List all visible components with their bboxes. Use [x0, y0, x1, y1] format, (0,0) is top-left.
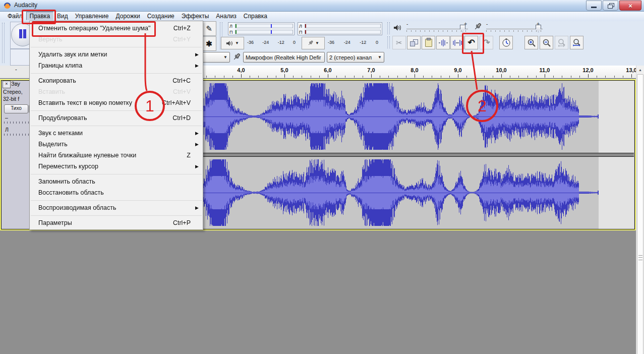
track-close-button[interactable]: × — [3, 81, 11, 88]
track-pan-slider[interactable] — [4, 134, 29, 136]
menu-item[interactable]: Звук с метками▶ — [30, 128, 203, 139]
ruler-tick — [232, 76, 233, 78]
restore-button[interactable] — [603, 1, 618, 11]
edit-toolbar-grip[interactable] — [387, 36, 390, 48]
track-gain-slider-label: – — [5, 114, 8, 121]
mixer-toolbar-grip[interactable] — [387, 22, 390, 34]
toolbar-grip[interactable] — [2, 23, 5, 63]
zoom-in-icon — [527, 38, 536, 47]
ruler-label: 13,0 — [626, 67, 636, 73]
sync-lock-button[interactable] — [499, 36, 513, 49]
pencil-icon: ✎ — [206, 24, 212, 33]
minimize-button[interactable] — [586, 1, 602, 11]
menu-separator — [30, 71, 203, 75]
meter-peak-mark — [271, 24, 272, 28]
input-device-combo[interactable]: Микрофон (Realtek High Defir ▼ — [243, 52, 325, 63]
play-button[interactable] — [10, 49, 30, 66]
track-mute-button[interactable]: Тихо — [4, 104, 28, 113]
menubar-item-9[interactable]: Справка — [240, 12, 271, 20]
speaker-icon — [393, 24, 402, 31]
undo-button[interactable]: ↶ — [464, 36, 478, 49]
ruler-tick — [432, 76, 432, 78]
menu-item[interactable]: ПараметрыCtrl+P — [30, 217, 203, 228]
multi-tool-button[interactable]: ✱ — [202, 36, 216, 51]
menu-item[interactable]: Отменить операцию "Удаление шума"Ctrl+Z — [30, 23, 203, 34]
trim-audio-button[interactable] — [436, 36, 450, 49]
silence-audio-button[interactable] — [450, 36, 464, 49]
clock-icon — [502, 38, 511, 47]
vertical-scrollbar[interactable]: ▲ — [636, 66, 644, 354]
ruler-tick — [284, 74, 285, 78]
ruler-tick — [388, 76, 389, 78]
ruler-tick — [528, 76, 528, 78]
ruler-label: 7,0 — [367, 67, 375, 73]
window-controls: × — [586, 1, 641, 11]
ruler-tick — [623, 76, 623, 78]
close-button[interactable]: × — [619, 1, 641, 11]
scrollbar-up-button[interactable]: ▲ — [636, 66, 644, 74]
ruler-tick — [423, 76, 424, 78]
zoom-fit-button[interactable] — [570, 36, 583, 49]
zoom-out-button[interactable] — [540, 36, 553, 49]
menubar-item-2[interactable]: Правка — [26, 12, 54, 20]
menubar-item-8[interactable]: Анализ — [212, 12, 240, 20]
meter-bar — [235, 30, 293, 34]
meter-bar — [235, 24, 293, 28]
microphone-icon — [307, 40, 314, 46]
zoom-selection-button[interactable] — [555, 36, 568, 49]
menu-item[interactable]: Вставить текст в новую пометкуCtrl+Alt+V — [30, 97, 203, 108]
audacity-logo-icon — [4, 2, 11, 9]
menu-item[interactable]: Переместить курсор▶ — [30, 161, 203, 172]
meter-channel-label: П — [299, 30, 302, 35]
menu-item[interactable]: Выделить▶ — [30, 139, 203, 150]
ruler-tick — [501, 74, 502, 78]
menubar-item-5[interactable]: Дорожки — [112, 12, 144, 20]
recording-meter[interactable]: Л П — [298, 22, 382, 35]
menu-item[interactable]: Восстановить область — [30, 187, 203, 198]
menu-item[interactable]: Найти ближайшие нулевые точкиZ — [30, 150, 203, 161]
microphone-icon — [473, 22, 482, 31]
ruler-label: 8,0 — [411, 67, 418, 73]
ruler-tick — [406, 76, 406, 78]
menu-item[interactable]: Воспроизводимая область▶ — [30, 202, 203, 213]
scrollbar-thumb[interactable] — [637, 74, 643, 354]
menubar-item-3[interactable]: Вид — [53, 12, 72, 20]
copy-icon — [410, 39, 418, 46]
recording-meter-menu-button[interactable]: ▼ — [302, 37, 325, 49]
ruler-label: 10,0 — [496, 67, 506, 73]
copy-button[interactable] — [407, 36, 421, 49]
menu-item[interactable]: Удалить звук или метки▶ — [30, 49, 203, 60]
meter-scale-label: -36 — [328, 40, 334, 45]
playback-meter[interactable]: Л П — [228, 22, 295, 35]
input-channels-combo[interactable]: 2 (стерео) канал ▼ — [327, 52, 384, 63]
recording-meter-scale: -36-24-120 — [328, 40, 378, 45]
menu-item[interactable]: ПродублироватьCtrl+D — [30, 112, 203, 124]
paste-button[interactable] — [422, 36, 435, 49]
ruler-tick — [493, 76, 493, 78]
input-volume-slider[interactable]: - + — [486, 21, 543, 34]
cut-button[interactable]: ✂ — [392, 36, 406, 49]
menu-separator — [30, 172, 203, 176]
playback-meter-menu-button[interactable]: ▼ — [221, 37, 244, 49]
input-device-value: Микрофон (Realtek High Defir — [246, 54, 321, 61]
track-name[interactable]: Зву — [11, 81, 20, 87]
ruler-tick — [319, 76, 320, 78]
ruler-tick — [397, 76, 398, 78]
menu-item[interactable]: Запомнить область — [30, 176, 203, 187]
menubar-item-6[interactable]: Создание — [144, 12, 178, 20]
menu-item[interactable]: СкопироватьCtrl+C — [30, 75, 203, 86]
zoom-in-button[interactable] — [524, 36, 538, 49]
draw-tool-button[interactable]: ✎ — [202, 21, 216, 36]
output-volume-slider[interactable]: - + — [406, 21, 468, 34]
ruler-tick — [354, 76, 355, 78]
menu-item[interactable]: Границы клипа▶ — [30, 60, 203, 71]
redo-button[interactable]: ↷ — [480, 36, 493, 49]
menubar-item-4[interactable]: Управление — [72, 12, 112, 20]
ruler-tick — [415, 74, 415, 78]
menubar-item-7[interactable]: Эффекты — [178, 12, 213, 20]
meter-channel-label: П — [229, 30, 232, 35]
track-gain-slider[interactable] — [4, 122, 29, 124]
ruler-tick — [215, 76, 215, 78]
menubar-item-1[interactable]: Файл — [4, 12, 26, 20]
meter-scale-label: -12 — [360, 40, 366, 45]
